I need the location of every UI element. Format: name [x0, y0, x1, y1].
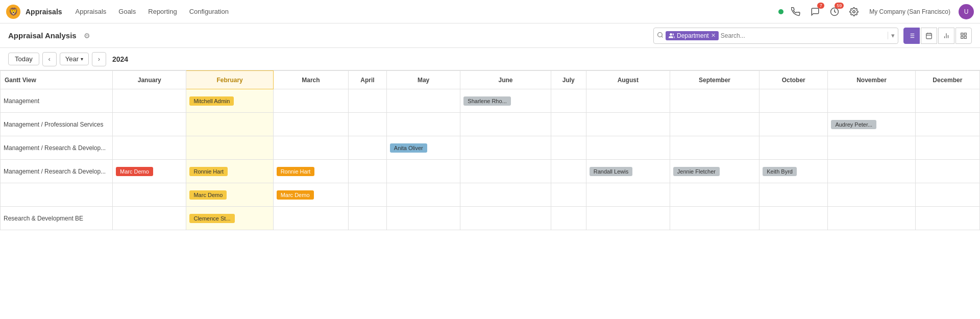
chip-marc-demo-mar[interactable]: Marc Demo	[277, 190, 314, 200]
cell-rdbe-jan	[113, 207, 186, 230]
cell-rd1-dec	[915, 136, 979, 160]
cell-rd3-apr	[349, 183, 387, 207]
row-label-management: Management	[1, 89, 113, 113]
cell-rd2-jun	[460, 160, 551, 183]
filter-tag-close[interactable]: ✕	[711, 32, 716, 39]
cell-rdbe-sep	[670, 207, 759, 230]
chip-sharlene[interactable]: Sharlene Rho...	[463, 96, 510, 106]
chip-marc-demo-jan[interactable]: Marc Demo	[116, 167, 153, 176]
cell-ps-jul	[551, 113, 586, 136]
cell-rd1-sep	[670, 136, 759, 160]
month-header-feb: February	[186, 71, 273, 89]
chat-icon-btn[interactable]: 7	[808, 5, 822, 19]
year-dropdown-button[interactable]: Year ▾	[60, 53, 89, 65]
nav-reporting[interactable]: Reporting	[143, 6, 182, 17]
table-row: Management / Professional Services Audre…	[1, 113, 980, 136]
table-row: Management / Research & Develop... Marc …	[1, 160, 980, 183]
cell-rd2-mar: Ronnie Hart	[273, 160, 349, 183]
view-list-btn[interactable]	[903, 28, 920, 44]
user-avatar[interactable]: U	[959, 4, 974, 19]
nav-appraisals[interactable]: Appraisals	[70, 6, 112, 17]
search-input[interactable]	[719, 32, 888, 39]
cell-rd3-aug	[586, 183, 670, 207]
cell-rd2-sep: Jennie Fletcher	[670, 160, 759, 183]
cell-rdbe-apr	[349, 207, 387, 230]
prev-button[interactable]: ‹	[42, 52, 57, 66]
app-name: Appraisals	[26, 8, 62, 16]
chip-ronnie-hart-feb[interactable]: Ronnie Hart	[189, 167, 228, 176]
year-value: 2024	[112, 55, 128, 63]
cell-ps-apr	[349, 113, 387, 136]
cell-ps-aug	[586, 113, 670, 136]
chip-anita[interactable]: Anita Oliver	[390, 143, 427, 153]
svg-rect-22	[964, 36, 966, 38]
chip-randall[interactable]: Randall Lewis	[590, 167, 632, 176]
chip-mitchell-admin[interactable]: Mitchell Admin	[189, 96, 234, 106]
phone-icon-btn[interactable]	[789, 5, 803, 19]
today-button[interactable]: Today	[8, 53, 39, 65]
chip-marc-demo-feb[interactable]: Marc Demo	[189, 190, 227, 200]
cell-ps-nov: Audrey Peter...	[828, 113, 915, 136]
view-grid-btn[interactable]	[955, 28, 972, 44]
nav-configuration[interactable]: Configuration	[184, 6, 234, 17]
month-header-jun: June	[460, 71, 551, 89]
cell-ps-oct	[760, 113, 828, 136]
company-name: My Company (San Francisco)	[869, 8, 950, 15]
top-navigation: 🦁 Appraisals Appraisals Goals Reporting …	[0, 0, 980, 23]
cell-management-aug	[586, 89, 670, 113]
cell-rdbe-dec	[915, 207, 979, 230]
month-header-may: May	[386, 71, 460, 89]
chip-clemence[interactable]: Clemence St...	[189, 214, 234, 223]
page-settings-icon[interactable]: ⚙	[84, 32, 90, 40]
month-header-nov: November	[828, 71, 915, 89]
page-title: Appraisal Analysis	[8, 31, 77, 40]
month-header-apr: April	[349, 71, 387, 89]
chip-audrey[interactable]: Audrey Peter...	[831, 120, 876, 129]
clock-icon-btn[interactable]: 59	[827, 5, 842, 19]
cell-rdbe-jun	[460, 207, 551, 230]
cell-management-jun: Sharlene Rho...	[460, 89, 551, 113]
department-filter-tag[interactable]: Department ✕	[666, 31, 719, 40]
view-chart-btn[interactable]	[938, 28, 954, 44]
cell-ps-jun	[460, 113, 551, 136]
month-header-dec: December	[915, 71, 979, 89]
cell-rdbe-aug	[586, 207, 670, 230]
chip-ronnie-hart-mar[interactable]: Ronnie Hart	[277, 167, 315, 176]
view-calendar-btn[interactable]	[921, 28, 937, 44]
settings-icon-btn[interactable]	[847, 5, 861, 19]
cell-rd1-apr	[349, 136, 387, 160]
cell-rd2-may	[386, 160, 460, 183]
nav-goals[interactable]: Goals	[113, 6, 141, 17]
cell-rd3-feb: Marc Demo	[186, 183, 273, 207]
table-row: Management Mitchell Admin Sharlene Rho..…	[1, 89, 980, 113]
month-header-sep: September	[670, 71, 759, 89]
cell-rd3-oct	[760, 183, 828, 207]
nav-icons-group: 7 59 My Company (San Francisco) U	[778, 4, 974, 19]
cell-rdbe-may	[386, 207, 460, 230]
sub-header: Appraisal Analysis ⚙ Department ✕ ▾	[0, 23, 980, 48]
cell-rd1-feb	[186, 136, 273, 160]
filter-tag-label: Department	[677, 32, 709, 39]
svg-point-4	[658, 32, 663, 37]
row-label-rd3	[1, 183, 113, 207]
year-dropdown-arrow: ▾	[81, 56, 83, 62]
gantt-container: Gantt View January February March April …	[0, 70, 980, 230]
row-label-prof-services: Management / Professional Services	[1, 113, 113, 136]
cell-rd3-dec	[915, 183, 979, 207]
cell-rd1-may: Anita Oliver	[386, 136, 460, 160]
cell-ps-dec	[915, 113, 979, 136]
svg-text:🦁: 🦁	[9, 7, 18, 16]
cell-rdbe-nov	[828, 207, 915, 230]
chip-keith[interactable]: Keith Byrd	[763, 167, 797, 176]
cell-ps-may	[386, 113, 460, 136]
next-button[interactable]: ›	[92, 52, 106, 66]
cell-management-jan	[113, 89, 186, 113]
search-dropdown-btn[interactable]: ▾	[888, 32, 895, 39]
cell-rd1-jan	[113, 136, 186, 160]
svg-rect-13	[926, 33, 932, 39]
svg-rect-23	[961, 36, 963, 38]
chip-jennie[interactable]: Jennie Fletcher	[673, 167, 720, 176]
cell-rd3-sep	[670, 183, 759, 207]
svg-rect-21	[964, 33, 966, 35]
month-header-mar: March	[273, 71, 349, 89]
